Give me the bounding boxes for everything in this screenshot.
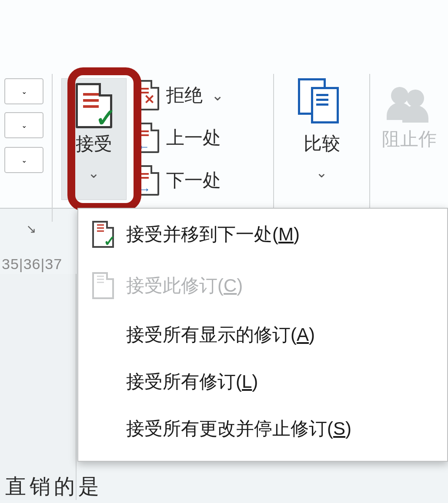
accept-label: 接受 bbox=[76, 132, 112, 156]
menu-accept-all[interactable]: 接受所有修订(L) bbox=[78, 358, 447, 405]
compare-label: 比较 bbox=[304, 131, 340, 156]
menu-label: 接受所有修订( bbox=[126, 371, 242, 392]
reject-button[interactable]: ✕ 拒绝 ⌄ bbox=[135, 78, 273, 112]
menu-hotkey: A bbox=[297, 324, 309, 345]
left-control-column: ⌄ ⌄ ⌄ bbox=[0, 0, 52, 208]
document-margin bbox=[0, 274, 77, 500]
accept-move-icon: ✓ bbox=[89, 220, 117, 249]
protect-label: 阻止作 bbox=[382, 127, 437, 151]
menu-accept-all-stop-tracking[interactable]: 接受所有更改并停止修订(S) bbox=[78, 405, 447, 452]
menu-label: 接受所有显示的修订( bbox=[126, 324, 297, 345]
menu-label: 接受此修订( bbox=[126, 275, 224, 296]
protect-group: 阻止作 bbox=[370, 0, 448, 208]
dialog-launcher-icon[interactable]: ↘ bbox=[26, 222, 36, 236]
previous-icon: ← bbox=[135, 123, 159, 153]
menu-hotkey: S bbox=[333, 418, 345, 439]
chevron-down-icon: ⌄ bbox=[21, 156, 27, 164]
menu-hotkey: M bbox=[278, 224, 294, 244]
previous-label: 上一处 bbox=[166, 126, 221, 150]
changes-buttons: ✕ 拒绝 ⌄ ← 上一处 → 下一处 bbox=[135, 0, 273, 208]
accept-group: ✓ 接受 ⌄ bbox=[53, 0, 135, 208]
menu-label: 接受并移到下一处( bbox=[126, 224, 278, 244]
menu-label: 接受所有更改并停止修订( bbox=[126, 418, 333, 439]
menu-accept-and-move-next[interactable]: ✓ 接受并移到下一处(M) bbox=[78, 209, 447, 260]
next-label: 下一处 bbox=[166, 168, 221, 193]
ribbon-section: ⌄ ⌄ ⌄ ✓ 接受 ⌄ ✕ 拒绝 ⌄ ← 上一 bbox=[0, 0, 448, 209]
document-visible-text: 直销的是 bbox=[5, 473, 103, 500]
previous-button[interactable]: ← 上一处 bbox=[135, 121, 273, 155]
menu-hotkey: L bbox=[242, 371, 252, 392]
chevron-down-icon: ⌄ bbox=[21, 121, 27, 130]
accept-split-button[interactable]: ✓ 接受 ⌄ bbox=[61, 78, 127, 200]
next-button[interactable]: → 下一处 bbox=[135, 163, 273, 197]
people-icon bbox=[388, 87, 431, 122]
chevron-down-icon[interactable]: ⌄ bbox=[211, 87, 224, 104]
dropdown-control-3[interactable]: ⌄ bbox=[4, 147, 43, 173]
menu-accept-this-revision: 接受此修订(C) bbox=[78, 260, 447, 311]
chevron-down-icon: ⌄ bbox=[88, 165, 100, 181]
chevron-down-icon: ⌄ bbox=[21, 87, 27, 96]
chevron-down-icon[interactable]: ⌄ bbox=[316, 164, 328, 181]
accept-dropdown-menu: ✓ 接受并移到下一处(M) 接受此修订(C) 接受所有显示的修订(A) 接受所有… bbox=[77, 208, 448, 462]
ruler-marks: 35|36|37 bbox=[2, 256, 62, 273]
compare-group: 比较 ⌄ bbox=[274, 0, 369, 208]
reject-label: 拒绝 bbox=[166, 83, 203, 107]
dropdown-control-1[interactable]: ⌄ bbox=[4, 78, 43, 104]
accept-icon: ✓ bbox=[76, 83, 112, 128]
reject-icon: ✕ bbox=[135, 80, 159, 110]
next-icon: → bbox=[135, 165, 159, 196]
menu-accept-all-shown[interactable]: 接受所有显示的修订(A) bbox=[78, 311, 447, 358]
menu-hotkey: C bbox=[224, 275, 237, 296]
compare-icon bbox=[298, 78, 346, 126]
dropdown-control-2[interactable]: ⌄ bbox=[4, 112, 43, 138]
accept-this-icon bbox=[89, 271, 117, 300]
